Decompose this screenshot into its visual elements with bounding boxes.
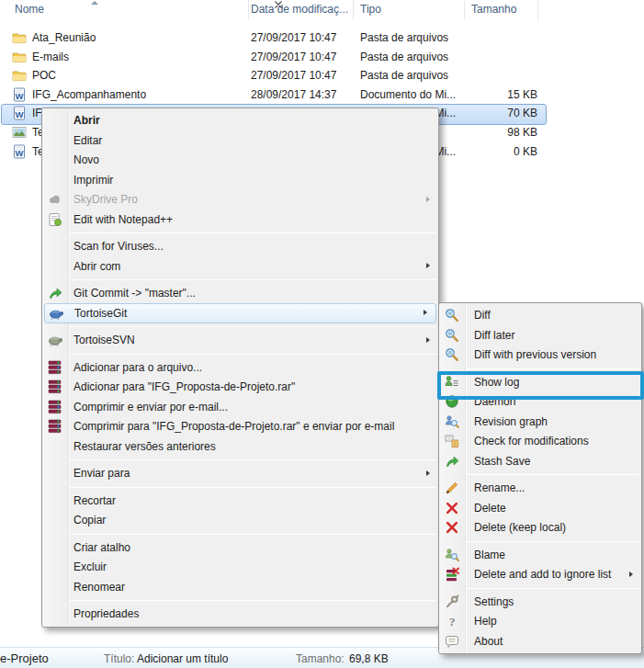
submenu-item-diff-later[interactable]: Diff later: [439, 325, 641, 345]
submenu-item-revision-graph[interactable]: Revision graph: [439, 412, 641, 432]
menu-item-label: Propriedades: [73, 607, 139, 620]
menu-item-label: Scan for Viruses...: [73, 240, 164, 253]
menu-item-copiar[interactable]: Copiar: [42, 511, 438, 531]
info-bubble-about-icon: [445, 634, 459, 649]
menu-item-label: Help: [474, 615, 497, 628]
menu-separator: [467, 541, 639, 542]
submenu-item-stash-save[interactable]: Stash Save: [439, 451, 641, 471]
submenu-arrow-icon: [426, 470, 430, 476]
column-header-bar: Nome Data de modificaç... Tipo Tamanho: [0, 0, 644, 20]
file-row-emails[interactable]: E-mails 27/09/2017 10:47 Pasta de arquiv…: [0, 48, 644, 67]
menu-item-compress-rar-email[interactable]: Comprimir para "IFG_Proposta-de-Projeto.…: [42, 417, 438, 437]
submenu-item-delete-add-ignore[interactable]: Delete and add to ignore list: [439, 565, 641, 585]
menu-item-git-commit[interactable]: Git Commit -> "master"...: [42, 284, 438, 304]
column-header-tamanho[interactable]: Tamanho: [471, 3, 516, 16]
submenu-item-settings[interactable]: Settings: [439, 592, 641, 612]
file-type: Pasta de arquivos: [360, 51, 448, 63]
menu-item-tortoisegit[interactable]: TortoiseGit: [44, 303, 436, 323]
status-title-value[interactable]: Adicionar um título: [137, 652, 228, 665]
menu-item-add-to-archive[interactable]: Adicionar para o arquivo...: [42, 357, 438, 378]
column-header-tipo[interactable]: Tipo: [360, 3, 381, 16]
file-type: Pasta de arquivos: [360, 31, 448, 44]
file-size: 0 KB: [464, 145, 537, 158]
menu-separator: [70, 232, 436, 233]
menu-item-compress-email[interactable]: Comprimir e enviar por e-mail...: [42, 397, 438, 417]
menu-item-label: TortoiseSVN: [73, 334, 135, 346]
context-menu: Abrir Editar Novo Imprimir SkyDrive Pro …: [41, 108, 439, 628]
file-row-poc[interactable]: POC 27/09/2017 10:47 Pasta de arquivos: [0, 66, 644, 85]
file-name: Ata_Reunião: [32, 31, 96, 44]
submenu-item-diff[interactable]: Diff: [439, 306, 641, 326]
status-title-label: Título:: [104, 652, 134, 665]
menu-separator: [70, 279, 436, 280]
column-divider[interactable]: [248, 0, 249, 20]
menu-item-enviar-para[interactable]: Enviar para: [42, 464, 438, 484]
file-type: Pasta de arquivos: [360, 69, 448, 82]
file-row-ata-reuniao[interactable]: Ata_Reunião 27/09/2017 10:47 Pasta de ar…: [0, 28, 644, 48]
column-divider[interactable]: [537, 0, 538, 20]
submenu-arrow-icon: [629, 572, 633, 577]
submenu-item-blame[interactable]: Blame: [439, 545, 641, 565]
menu-item-add-to-rar[interactable]: Adicionar para "IFG_Proposta-de-Projeto.…: [42, 378, 438, 398]
menu-item-edit-with-notepad[interactable]: Edit with Notepad++: [42, 209, 438, 230]
menu-item-label: Diff: [474, 309, 491, 322]
question-help-icon: ?: [445, 614, 459, 628]
menu-item-imprimir[interactable]: Imprimir: [42, 170, 438, 190]
file-date: 27/09/2017 10:47: [251, 69, 336, 82]
submenu-item-about[interactable]: About: [439, 631, 641, 651]
menu-item-novo[interactable]: Novo: [42, 151, 438, 171]
winrar-icon: [48, 400, 62, 414]
menu-item-propriedades[interactable]: Propriedades: [42, 605, 438, 625]
menu-item-label: Adicionar para o arquivo...: [73, 361, 202, 374]
menu-item-excluir[interactable]: Excluir: [42, 558, 438, 578]
submenu-item-delete-keep-local[interactable]: Delete (keep local): [439, 518, 641, 538]
menu-item-restore-previous-versions[interactable]: Restaurar versões anteriores: [42, 436, 438, 457]
column-header-data[interactable]: Data de modificaç...: [251, 3, 348, 16]
menu-item-label: Copiar: [73, 514, 106, 526]
submenu-item-rename[interactable]: Rename...: [439, 479, 641, 499]
menu-item-abrir[interactable]: Abrir: [42, 111, 438, 131]
winrar-icon: [48, 360, 62, 375]
menu-item-editar[interactable]: Editar: [42, 130, 438, 151]
submenu-item-show-log[interactable]: Show log: [439, 372, 641, 392]
column-divider[interactable]: [464, 0, 465, 20]
menu-item-renomear[interactable]: Renomear: [42, 577, 438, 597]
menu-separator: [70, 354, 436, 355]
menu-separator: [467, 368, 639, 369]
menu-item-scan-for-viruses[interactable]: Scan for Viruses...: [42, 237, 438, 257]
globe-daemon-icon: [445, 394, 459, 409]
status-size-label: Tamanho:: [296, 652, 345, 665]
notepad-icon: [48, 212, 62, 227]
menu-item-tortoisesvn[interactable]: TortoiseSVN: [42, 331, 438, 351]
submenu-item-help[interactable]: ? Help: [439, 612, 641, 632]
submenu-item-delete[interactable]: Delete: [439, 498, 641, 518]
folder-icon: [12, 50, 27, 64]
column-header-nome[interactable]: Nome: [15, 3, 44, 16]
menu-item-abrir-com[interactable]: Abrir com: [42, 256, 438, 277]
menu-item-label: Criar atalho: [73, 541, 130, 554]
menu-item-label: Delete (keep local): [474, 521, 566, 534]
status-file-name: e-Projeto: [0, 651, 49, 665]
file-row-ifg-acompanhamento[interactable]: W IFG_Acompanhamento 28/09/2017 14:37 Do…: [0, 85, 644, 105]
menu-item-skydrive-pro[interactable]: SkyDrive Pro: [42, 190, 438, 210]
menu-item-label: Excluir: [73, 560, 107, 573]
submenu-item-diff-previous[interactable]: Diff with previous version: [439, 345, 641, 366]
menu-separator: [70, 459, 436, 460]
column-divider[interactable]: [353, 0, 354, 20]
menu-item-recortar[interactable]: Recortar: [42, 491, 438, 511]
submenu-item-check-modifications[interactable]: Check for modifications: [439, 432, 641, 452]
submenu-item-daemon[interactable]: Daemon: [439, 392, 641, 413]
sort-ascending-icon: [91, 1, 98, 5]
menu-item-criar-atalho[interactable]: Criar atalho: [42, 538, 438, 558]
ignore-list-icon: [445, 567, 459, 582]
revision-graph-icon: [445, 414, 459, 429]
menu-item-label: Imprimir: [73, 174, 113, 187]
menu-item-label: TortoiseGit: [74, 307, 127, 320]
file-name: E-mails: [32, 51, 69, 63]
word-document-icon: W: [12, 87, 27, 102]
menu-item-label: Rename...: [474, 481, 525, 494]
menu-item-label: Revision graph: [474, 415, 548, 428]
svg-text:W: W: [16, 148, 24, 158]
menu-item-label: Diff later: [474, 329, 514, 342]
file-date: 27/09/2017 10:47: [251, 51, 336, 63]
